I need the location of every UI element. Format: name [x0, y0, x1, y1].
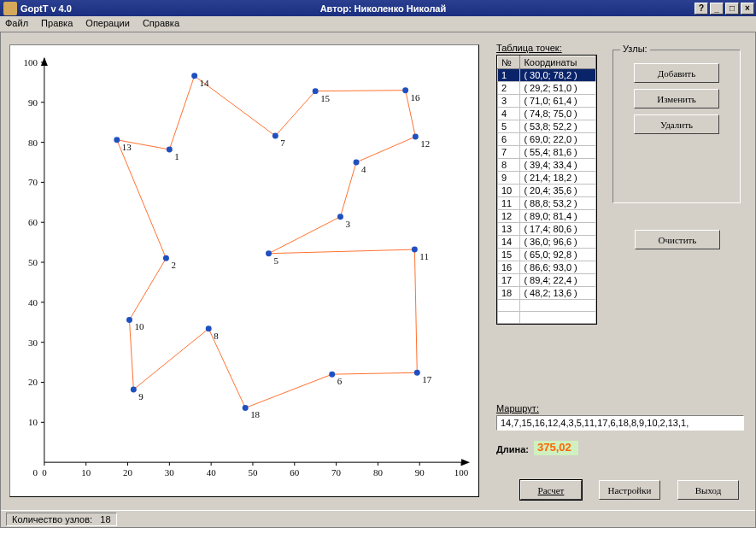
plot-point-label: 16	[411, 92, 420, 103]
nodes-group: Узлы: Добавить Изменить Удалить	[612, 50, 741, 203]
menu-file[interactable]: Файл	[5, 18, 28, 28]
plot-point[interactable]	[243, 405, 249, 411]
plot-point[interactable]	[313, 88, 319, 94]
svg-text:10: 10	[81, 467, 91, 478]
table-row[interactable]: 3( 71,0; 61,4 )	[498, 95, 596, 108]
svg-text:50: 50	[248, 467, 257, 478]
svg-text:20: 20	[123, 467, 132, 478]
plot-point[interactable]	[114, 137, 120, 143]
plot-point[interactable]	[413, 134, 419, 140]
plot-point-label: 7	[280, 138, 285, 148]
svg-text:70: 70	[331, 467, 341, 478]
table-caption: Таблица точек:	[496, 43, 562, 53]
svg-text:0: 0	[32, 467, 38, 478]
window-subtitle: Автор: Николенко Николай	[72, 3, 694, 14]
table-row[interactable]: 15( 65,0; 92,8 )	[498, 249, 596, 261]
plot-point[interactable]	[337, 214, 343, 220]
titlebar: GoptT v 4.0 Автор: Николенко Николай ? _…	[0, 0, 756, 16]
route-value: 14,7,15,16,12,4,3,5,11,17,6,18,8,9,10,2,…	[496, 415, 744, 431]
plot-point[interactable]	[354, 159, 360, 165]
add-button[interactable]: Добавить	[634, 63, 719, 83]
table-row[interactable]: 1( 30,0; 78,2 )	[498, 69, 596, 82]
svg-text:80: 80	[28, 138, 38, 148]
plot-point-label: 1	[174, 151, 179, 161]
svg-text:10: 10	[28, 417, 38, 427]
table-row[interactable]: 10( 20,4; 35,6 )	[498, 185, 596, 197]
plot-point-label: 10	[134, 321, 144, 331]
plot-point[interactable]	[206, 325, 212, 331]
col-coords[interactable]: Координаты	[520, 56, 596, 69]
settings-button[interactable]: Настройки	[599, 480, 660, 500]
plot-point-label: 5	[273, 255, 278, 266]
table-row	[498, 312, 596, 324]
plot-point[interactable]	[191, 73, 197, 79]
svg-text:60: 60	[290, 467, 299, 478]
svg-text:90: 90	[415, 467, 425, 478]
plot-point-label: 4	[361, 164, 366, 174]
svg-text:40: 40	[28, 297, 38, 308]
plot-point[interactable]	[412, 247, 418, 253]
exit-button[interactable]: Выход	[677, 480, 739, 500]
table-row[interactable]: 6( 69,0; 22,0 )	[498, 133, 596, 146]
table-row[interactable]: 13( 17,4; 80,6 )	[498, 223, 596, 236]
menu-edit[interactable]: Правка	[41, 18, 73, 28]
table-row[interactable]: 7( 55,4; 81,6 )	[498, 146, 596, 159]
plot-point-label: 12	[420, 138, 430, 149]
svg-text:80: 80	[373, 467, 383, 478]
svg-text:0: 0	[42, 467, 47, 478]
svg-text:100: 100	[454, 467, 469, 478]
status-cell: Количество узлов: 18	[6, 513, 117, 526]
plot-svg[interactable]: 0102030405060708090100102030405060708090…	[10, 45, 478, 496]
col-number[interactable]: №	[498, 56, 520, 69]
calc-button[interactable]: Расчет	[520, 480, 582, 500]
table-row[interactable]: 5( 53,8; 52,2 )	[498, 120, 596, 133]
plot-point-label: 3	[345, 219, 350, 229]
table-row[interactable]: 18( 48,2; 13,6 )	[498, 287, 596, 300]
svg-text:40: 40	[207, 467, 216, 478]
maximize-button[interactable]: □	[725, 3, 739, 15]
svg-text:30: 30	[165, 467, 174, 478]
svg-text:50: 50	[28, 257, 38, 267]
clear-button[interactable]: Очистить	[635, 230, 720, 249]
svg-text:100: 100	[24, 57, 38, 67]
length-label: Длина:	[496, 444, 529, 454]
help-button[interactable]: ?	[694, 3, 708, 15]
plot-point-label: 6	[337, 376, 343, 386]
length-value: 375,02	[534, 441, 578, 455]
bottom-buttons: Расчет Настройки Выход	[520, 480, 739, 500]
plot-point-label: 2	[171, 260, 175, 270]
minimize-button[interactable]: _	[710, 3, 724, 15]
plot-point-label: 14	[200, 78, 209, 88]
svg-text:20: 20	[28, 377, 38, 387]
table-row[interactable]: 8( 39,4; 33,4 )	[498, 159, 596, 172]
plot-point[interactable]	[266, 250, 272, 256]
table-row[interactable]: 14( 36,0; 96,6 )	[498, 236, 596, 249]
menu-help[interactable]: Справка	[143, 18, 179, 28]
table-row[interactable]: 11( 88,8; 53,2 )	[498, 197, 596, 210]
plot-point[interactable]	[167, 147, 173, 153]
table-row[interactable]: 12( 89,0; 81,4 )	[498, 210, 596, 223]
table-row[interactable]: 4( 74,8; 75,0 )	[498, 108, 596, 120]
plot-point-label: 8	[214, 331, 219, 341]
edit-button[interactable]: Изменить	[634, 89, 719, 108]
plot-point-label: 15	[320, 93, 330, 103]
plot-point[interactable]	[402, 87, 408, 93]
table-row[interactable]: 2( 29,2; 51,0 )	[498, 82, 596, 95]
table-row[interactable]: 17( 89,4; 22,4 )	[498, 274, 596, 287]
menu-operations[interactable]: Операции	[85, 18, 129, 28]
delete-button[interactable]: Удалить	[634, 114, 719, 134]
svg-text:90: 90	[28, 97, 38, 108]
plot-point[interactable]	[329, 372, 335, 378]
plot-point[interactable]	[163, 255, 169, 261]
plot-point[interactable]	[131, 386, 137, 392]
statusbar: Количество узлов: 18	[1, 510, 755, 527]
table-row[interactable]: 9( 21,4; 18,2 )	[498, 172, 596, 185]
table-row[interactable]: 16( 86,6; 93,0 )	[498, 261, 596, 274]
close-button[interactable]: ×	[741, 3, 754, 15]
plot-point[interactable]	[414, 370, 420, 376]
points-table[interactable]: № Координаты 1( 30,0; 78,2 )2( 29,2; 51,…	[496, 55, 597, 325]
plot-point-label: 17	[422, 374, 431, 384]
plot-point[interactable]	[126, 317, 132, 323]
plot-point-label: 18	[250, 409, 260, 419]
plot-point[interactable]	[273, 133, 278, 139]
